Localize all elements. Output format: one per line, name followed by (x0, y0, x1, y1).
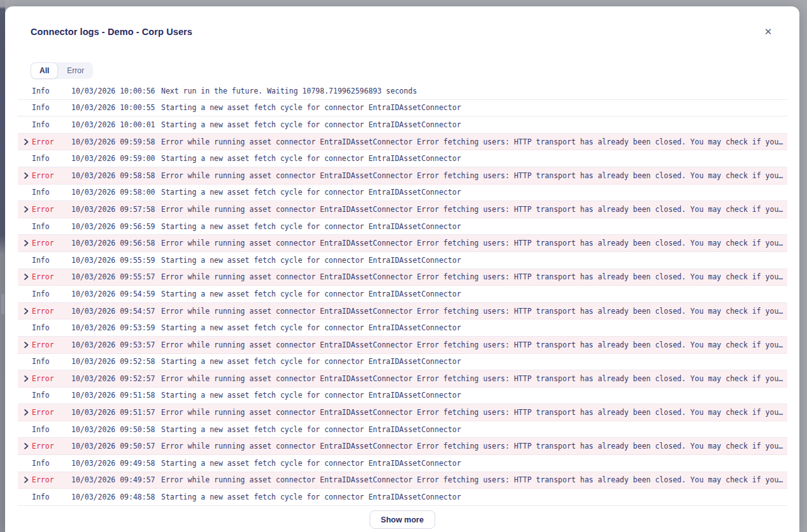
log-timestamp: 10/03/2026 09:59:00 (71, 154, 161, 163)
background-sidebar-icon (1, 171, 4, 178)
log-timestamp: 10/03/2026 09:58:58 (71, 171, 161, 180)
log-level: Info (32, 154, 71, 163)
log-message: Starting a new asset fetch cycle for con… (161, 120, 787, 129)
log-timestamp: 10/03/2026 09:50:57 (71, 442, 161, 451)
log-filter-tabs: All Error (31, 62, 93, 79)
tab-error[interactable]: Error (58, 62, 93, 79)
log-message: Error while running asset connector Entr… (161, 272, 787, 281)
chevron-right-icon[interactable] (18, 274, 32, 280)
log-level: Info (32, 120, 71, 129)
background-sidebar-icon (1, 95, 4, 102)
log-row[interactable]: Info 10/03/2026 09:56:59 Starting a new … (18, 218, 787, 235)
log-message: Error while running asset connector Entr… (161, 239, 787, 248)
log-message: Starting a new asset fetch cycle for con… (161, 154, 787, 163)
log-level: Info (32, 290, 71, 298)
log-level: Info (32, 323, 71, 332)
log-row[interactable]: Info 10/03/2026 09:48:58 Starting a new … (18, 489, 787, 506)
log-level: Error (32, 137, 71, 146)
log-row[interactable]: Info 10/03/2026 10:00:56 Next run in the… (18, 83, 787, 100)
log-timestamp: 10/03/2026 09:55:59 (71, 256, 161, 265)
log-row[interactable]: Info 10/03/2026 10:00:01 Starting a new … (18, 116, 787, 134)
log-row[interactable]: Error 10/03/2026 09:51:57 Error while ru… (18, 404, 787, 421)
modal-title: Connector logs - Demo - Corp Users (31, 27, 192, 37)
log-row[interactable]: Error 10/03/2026 09:58:58 Error while ru… (18, 167, 787, 185)
log-message: Error while running asset connector Entr… (161, 307, 787, 316)
log-row[interactable]: Info 10/03/2026 09:49:58 Starting a new … (18, 455, 787, 472)
log-level: Info (32, 391, 71, 400)
log-message: Next run in the future. Waiting 10798.71… (161, 87, 787, 95)
log-row[interactable]: Error 10/03/2026 09:54:57 Error while ru… (18, 303, 787, 320)
chevron-right-icon[interactable] (18, 342, 32, 348)
chevron-right-icon[interactable] (18, 139, 32, 145)
log-level: Info (32, 256, 71, 265)
log-message: Starting a new asset fetch cycle for con… (161, 459, 787, 468)
log-message: Error while running asset connector Entr… (161, 137, 787, 146)
log-timestamp: 10/03/2026 10:00:01 (71, 120, 161, 129)
log-row[interactable]: Info 10/03/2026 09:52:58 Starting a new … (18, 354, 787, 371)
log-timestamp: 10/03/2026 09:48:58 (71, 493, 161, 501)
chevron-right-icon[interactable] (18, 308, 32, 314)
log-message: Error while running asset connector Entr… (161, 205, 787, 214)
log-row[interactable]: Error 10/03/2026 09:55:57 Error while ru… (18, 269, 787, 286)
log-level: Info (32, 357, 71, 366)
connector-logs-modal: Connector logs - Demo - Corp Users ✕ All… (5, 6, 799, 532)
log-level: Error (32, 239, 71, 248)
log-timestamp: 10/03/2026 09:49:57 (71, 475, 161, 484)
log-level: Info (32, 87, 71, 95)
log-row[interactable]: Error 10/03/2026 09:57:58 Error while ru… (18, 201, 787, 218)
log-level: Info (32, 425, 71, 434)
tab-all[interactable]: All (31, 62, 58, 79)
log-level: Info (32, 103, 71, 112)
log-message: Error while running asset connector Entr… (161, 475, 787, 484)
background-sidebar-icon (1, 145, 4, 152)
background-sidebar-icon (1, 71, 4, 78)
log-timestamp: 10/03/2026 09:53:59 (71, 323, 161, 332)
log-timestamp: 10/03/2026 09:53:57 (71, 340, 161, 349)
chevron-right-icon[interactable] (18, 409, 32, 416)
log-timestamp: 10/03/2026 09:58:00 (71, 188, 161, 197)
log-timestamp: 10/03/2026 09:52:58 (71, 357, 161, 366)
log-row[interactable]: Error 10/03/2026 09:50:57 Error while ru… (18, 438, 787, 455)
log-timestamp: 10/03/2026 09:56:59 (71, 222, 161, 231)
log-row[interactable]: Info 10/03/2026 09:54:59 Starting a new … (18, 286, 787, 303)
log-level: Error (32, 475, 71, 484)
log-level: Error (32, 374, 71, 383)
log-row[interactable]: Info 10/03/2026 09:51:58 Starting a new … (18, 388, 787, 405)
close-icon[interactable]: ✕ (761, 24, 776, 39)
log-timestamp: 10/03/2026 09:54:57 (71, 307, 161, 316)
log-message: Starting a new asset fetch cycle for con… (161, 425, 787, 434)
log-timestamp: 10/03/2026 09:56:58 (71, 239, 161, 248)
log-row[interactable]: Error 10/03/2026 09:52:57 Error while ru… (18, 370, 787, 388)
log-timestamp: 10/03/2026 10:00:56 (71, 87, 161, 95)
log-message: Error while running asset connector Entr… (161, 171, 787, 180)
log-level: Error (32, 340, 71, 349)
background-sidebar (0, 0, 5, 532)
log-message: Starting a new asset fetch cycle for con… (161, 188, 787, 197)
chevron-right-icon[interactable] (18, 240, 32, 246)
log-row[interactable]: Info 10/03/2026 09:53:59 Starting a new … (18, 319, 787, 337)
log-row[interactable]: Info 10/03/2026 10:00:55 Starting a new … (18, 100, 787, 117)
log-message: Starting a new asset fetch cycle for con… (161, 493, 787, 501)
log-row[interactable]: Error 10/03/2026 09:53:57 Error while ru… (18, 337, 787, 354)
log-row[interactable]: Info 10/03/2026 09:50:58 Starting a new … (18, 421, 787, 438)
chevron-right-icon[interactable] (18, 443, 32, 449)
chevron-right-icon[interactable] (18, 172, 32, 179)
log-level: Error (32, 205, 71, 214)
log-message: Starting a new asset fetch cycle for con… (161, 357, 787, 366)
log-row[interactable]: Info 10/03/2026 09:59:00 Starting a new … (18, 150, 787, 167)
log-message: Error while running asset connector Entr… (161, 442, 787, 451)
log-row[interactable]: Info 10/03/2026 09:58:00 Starting a new … (18, 185, 787, 202)
log-timestamp: 10/03/2026 09:52:57 (71, 374, 161, 383)
log-table: Info 10/03/2026 10:00:56 Next run in the… (18, 83, 787, 506)
log-level: Info (32, 459, 71, 468)
chevron-right-icon[interactable] (18, 375, 32, 382)
log-row[interactable]: Error 10/03/2026 09:59:58 Error while ru… (18, 134, 787, 151)
log-timestamp: 10/03/2026 09:51:58 (71, 391, 161, 400)
chevron-right-icon[interactable] (18, 477, 32, 483)
log-row[interactable]: Error 10/03/2026 09:49:57 Error while ru… (18, 472, 787, 489)
log-row[interactable]: Error 10/03/2026 09:56:58 Error while ru… (18, 235, 787, 252)
log-row[interactable]: Info 10/03/2026 09:55:59 Starting a new … (18, 252, 787, 269)
chevron-right-icon[interactable] (18, 206, 32, 213)
show-more-button[interactable]: Show more (369, 510, 435, 529)
log-level: Error (32, 442, 71, 451)
